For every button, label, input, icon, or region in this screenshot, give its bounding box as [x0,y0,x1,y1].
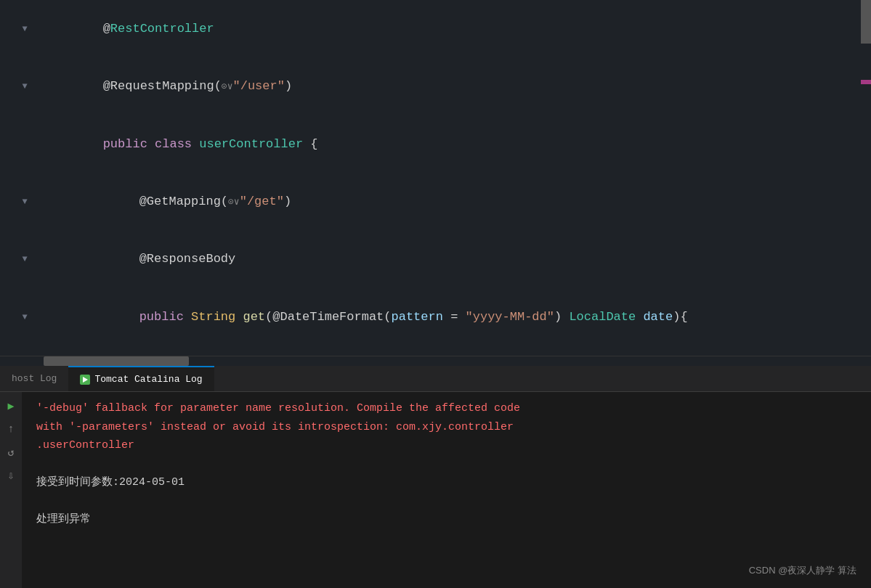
at-sign: @ [103,22,110,36]
line-code-2: @RequestMapping(⊙∨"/user") [36,60,871,112]
code-line-6: ▼ public String get(@DateTimeFormat(patt… [0,288,871,346]
line-code-3: public class userController { [36,118,871,170]
method-brace: ){ [673,310,687,324]
watermark: CSDN @夜深人静学 算法 [749,564,856,577]
tab-host-log[interactable]: host Log [0,366,68,391]
fold-icon-6[interactable]: ▼ [19,311,31,323]
terminal-area: host Log Tomcat Catalina Log ▶ ↑ ↺ ⇩ '-d… [0,366,871,588]
annotation-request: @RequestMapping( [103,79,222,93]
gutter-1: ▼ [0,23,36,35]
line-code-1: @RestController [36,3,871,54]
pattern-val: "yyyy-MM-dd" [466,310,554,324]
gutter-5: ▼ [0,253,36,265]
line-code-5: @ResponseBody [36,234,871,285]
pattern-var: pattern [392,310,443,324]
terminal-log: '-debug' fallback for parameter name res… [22,392,871,588]
get-mapping: @GetMapping( [139,195,228,208]
code-line-5: ▼ @ResponseBody [0,231,871,288]
log-line-4 [36,455,856,474]
class-name: userController [199,137,310,151]
refresh-btn[interactable]: ↺ [3,444,19,460]
log-line-5: 接受到时间参数:2024-05-01 [36,473,856,492]
tab-icon [80,375,90,385]
log-line-7: 处理到异常 [36,510,856,529]
code-editor: ▼ @RestController ▼ @RequestMapping(⊙∨"/… [0,0,871,356]
param-type: LocalDate [569,310,643,324]
terminal-content: ▶ ↑ ↺ ⇩ '-debug' fallback for parameter … [0,392,871,588]
line-code-6: public String get(@DateTimeFormat(patter… [36,291,871,343]
fold-icon-2[interactable]: ▼ [19,81,31,92]
gutter-2: ▼ [0,81,36,92]
up-btn[interactable]: ↑ [3,421,19,437]
line-code-7: System.out.println("接受到时间参数:"+date); [36,348,871,356]
catalina-log-label: Tomcat Catalina Log [94,374,202,385]
editor-scrollbar[interactable] [861,0,871,356]
date-var: date [643,310,673,324]
log-line-3: .userController [36,436,856,455]
fold-icon-1[interactable]: ▼ [19,23,31,35]
play-icon [81,376,89,383]
get-icon: ⊙∨ [228,197,240,208]
log-line-2: with '-parameters' instead or avoid its … [36,418,856,437]
dtf-open: ( [384,310,391,324]
mapping-close: ) [285,79,292,93]
horizontal-scrollbar[interactable] [0,356,871,366]
mapping-icon: ⊙∨ [222,81,233,92]
h-scrollbar-thumb[interactable] [44,356,189,366]
method-name: get [243,310,265,324]
svg-marker-0 [83,377,88,383]
terminal-tabs: host Log Tomcat Catalina Log [0,366,871,392]
code-line-1: ▼ @RestController [0,0,871,57]
host-log-label: host Log [12,373,57,384]
terminal-left-icons: ▶ ↑ ↺ ⇩ [0,392,22,588]
response-body: @ResponseBody [139,252,236,266]
log-line-6 [36,492,856,511]
kw-public2: public [139,310,191,324]
scrollbar-marker [861,80,871,84]
gutter-6: ▼ [0,311,36,323]
code-content: ▼ @RestController ▼ @RequestMapping(⊙∨"/… [0,0,871,356]
play-btn[interactable]: ▶ [3,398,19,414]
code-line-2: ▼ @RequestMapping(⊙∨"/user") [0,57,871,115]
down-btn[interactable]: ⇩ [3,467,19,483]
dtf-close: ) [554,310,569,324]
annotation-rest: RestController [110,22,214,36]
fold-icon-4[interactable]: ▼ [19,196,31,208]
tab-catalina-log[interactable]: Tomcat Catalina Log [68,366,214,391]
mapping-path: "/user" [233,79,285,93]
code-line-3: public class userController { [0,115,871,173]
line-code-4: @GetMapping(⊙∨"/get") [36,176,871,227]
fold-icon-5[interactable]: ▼ [19,253,31,265]
gutter-4: ▼ [0,196,36,208]
kw-public: public [103,137,155,151]
brace-open: { [310,137,317,151]
kw-class: class [155,137,199,151]
code-line-7: System.out.println("接受到时间参数:"+date); [0,346,871,356]
datetimeformat-ann: @DateTimeFormat [272,310,384,324]
paren-open: ( [265,310,272,324]
log-line-1: '-debug' fallback for parameter name res… [36,399,856,418]
return-type: String [191,310,243,324]
get-close: ) [284,195,291,208]
eq-sign: = [443,310,466,324]
get-path: "/get" [240,195,284,208]
code-line-4: ▼ @GetMapping(⊙∨"/get") [0,173,871,230]
scrollbar-thumb[interactable] [861,0,871,44]
